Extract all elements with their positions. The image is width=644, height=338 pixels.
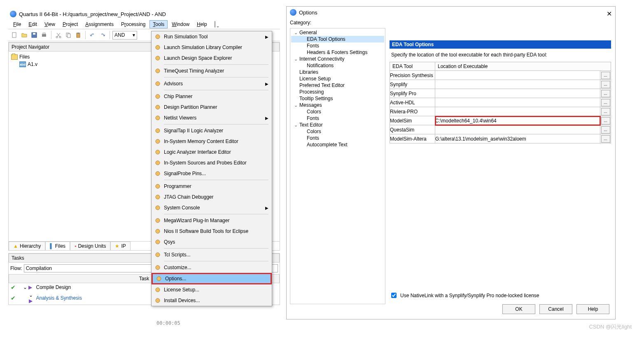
menu-item-design-partition-planner[interactable]: Design Partition Planner	[152, 102, 272, 113]
help-button[interactable]: Help	[576, 304, 609, 314]
menu-item-tcl-scripts-[interactable]: Tcl Scripts...	[152, 249, 272, 260]
eda-location-input[interactable]	[435, 71, 600, 80]
menu-item-icon	[152, 251, 164, 258]
save-button[interactable]	[30, 31, 39, 40]
menu-item-signalprobe-pins-[interactable]: SignalProbe Pins...	[152, 168, 272, 179]
browse-button[interactable]: ...	[601, 117, 610, 124]
browse-button[interactable]: ...	[601, 81, 610, 88]
eda-location-input[interactable]	[435, 125, 600, 134]
tab-ip[interactable]: ★IP	[110, 242, 130, 250]
open-button[interactable]	[20, 31, 29, 40]
category-eda-tool-options[interactable]: EDA Tool Options	[291, 36, 384, 42]
menu-item-options-[interactable]: Options...	[152, 273, 272, 284]
expand-icon[interactable]: ⌄	[293, 122, 299, 128]
menu-item-license-setup-[interactable]: License Setup...	[152, 284, 272, 295]
menu-processing[interactable]: Processing	[118, 20, 149, 28]
expand-icon[interactable]: ⌄	[293, 56, 299, 62]
category-license-setup[interactable]: License Setup	[291, 75, 384, 82]
cancel-button[interactable]: Cancel	[539, 304, 572, 314]
eda-location-input[interactable]	[435, 89, 600, 98]
nativelink-checkbox-row[interactable]: Use NativeLink with a Synplify/Synplify …	[390, 291, 539, 299]
eda-location-input[interactable]	[435, 98, 600, 107]
menu-item-megawizard-plug-in-manager[interactable]: MegaWizard Plug-In Manager	[152, 215, 272, 226]
ok-button[interactable]: OK	[502, 304, 535, 314]
menu-item-customize-[interactable]: Customize...	[152, 262, 272, 273]
checkbox-label: Use NativeLink with a Synplify/Synplify …	[400, 293, 539, 298]
menu-window[interactable]: Window	[168, 20, 193, 28]
print-button[interactable]	[40, 31, 49, 40]
category-internet-connectivity[interactable]: ⌄Internet Connectivity	[291, 56, 384, 62]
category-headers-footers-settings[interactable]: Headers & Footers Settings	[291, 49, 384, 56]
menu-item-programmer[interactable]: Programmer	[152, 181, 272, 192]
menu-item-signaltap-ii-logic-analyzer[interactable]: SignalTap II Logic Analyzer	[152, 125, 272, 136]
menu-item-in-system-sources-and-probes-editor[interactable]: In-System Sources and Probes Editor	[152, 157, 272, 168]
expand-icon[interactable]: ⌄	[29, 292, 33, 298]
menu-bubble[interactable]	[211, 20, 219, 28]
category-colors[interactable]: Colors	[291, 108, 384, 115]
menu-item-install-devices-[interactable]: Install Devices...	[152, 295, 272, 306]
app-icon	[10, 11, 16, 17]
menu-item-advisors[interactable]: Advisors▶	[152, 78, 272, 89]
project-combo[interactable]: AND▾	[112, 31, 137, 40]
menu-item-netlist-viewers[interactable]: Netlist Viewers▶	[152, 113, 272, 123]
category-processing[interactable]: Processing	[291, 89, 384, 95]
browse-button[interactable]: ...	[601, 90, 610, 97]
nativelink-checkbox[interactable]	[391, 293, 397, 298]
browse-button[interactable]: ...	[601, 99, 610, 106]
category-autocomplete-text[interactable]: Autocomplete Text	[291, 141, 384, 148]
new-file-button[interactable]	[10, 31, 19, 40]
tab-design-units[interactable]: ▪Design Units	[70, 242, 110, 250]
category-text-editor[interactable]: ⌄Text Editor	[291, 122, 384, 128]
category-fonts[interactable]: Fonts	[291, 115, 384, 122]
svg-point-31	[156, 265, 160, 270]
expand-icon[interactable]: ⌄	[293, 103, 299, 108]
menu-item-timequest-timing-analyzer[interactable]: TimeQuest Timing Analyzer	[152, 66, 272, 76]
elapsed-time: 00:00:05	[156, 320, 180, 326]
undo-button[interactable]	[88, 31, 97, 40]
tab-hierarchy[interactable]: ▲Hierarchy	[9, 242, 45, 250]
eda-location-input[interactable]: C:\modeltech64_10.4\win64	[435, 116, 600, 125]
category-tooltip-settings[interactable]: Tooltip Settings	[291, 95, 384, 102]
menu-view[interactable]: View	[41, 20, 58, 28]
menu-item-launch-design-space-explorer[interactable]: Launch Design Space Explorer	[152, 53, 272, 63]
paste-button[interactable]	[74, 31, 83, 40]
eda-location-input[interactable]	[435, 80, 600, 89]
menu-item-chip-planner[interactable]: Chip Planner	[152, 91, 272, 102]
eda-location-input[interactable]: G:\altera\13.1\modelsim_ase\win32aloem	[435, 134, 600, 143]
menu-item-logic-analyzer-interface-editor[interactable]: Logic Analyzer Interface Editor	[152, 147, 272, 157]
browse-button[interactable]: ...	[601, 72, 610, 79]
redo-button[interactable]	[98, 31, 107, 40]
category-messages[interactable]: ⌄Messages	[291, 102, 384, 108]
menu-item-nios-ii-software-build-tools-for-eclipse[interactable]: Nios II Software Build Tools for Eclipse	[152, 226, 272, 237]
expand-icon[interactable]: ⌄	[23, 284, 27, 290]
close-button[interactable]: ✕	[607, 10, 612, 18]
expand-icon[interactable]: ⌄	[293, 30, 299, 35]
copy-button[interactable]	[64, 31, 73, 40]
category-colors[interactable]: Colors	[291, 128, 384, 135]
eda-location-input[interactable]	[435, 107, 600, 116]
menu-item-jtag-chain-debugger[interactable]: JTAG Chain Debugger	[152, 192, 272, 202]
menu-help[interactable]: Help	[194, 20, 210, 28]
menu-assignments[interactable]: Assignments	[82, 20, 117, 28]
menu-tools[interactable]: Tools	[149, 20, 168, 28]
category-fonts[interactable]: Fonts	[291, 42, 384, 49]
browse-button[interactable]: ...	[601, 108, 610, 115]
tab-files[interactable]: ▌Files	[45, 242, 70, 250]
category-libraries[interactable]: Libraries	[291, 69, 384, 75]
menu-item-system-console[interactable]: System Console▶	[152, 202, 272, 213]
menu-item-launch-simulation-library-compiler[interactable]: Launch Simulation Library Compiler	[152, 42, 272, 53]
menu-project[interactable]: Project	[59, 20, 81, 28]
browse-button[interactable]: ...	[601, 126, 610, 134]
menu-item-qsys[interactable]: Qsys	[152, 237, 272, 247]
cut-button[interactable]	[54, 31, 63, 40]
category-notifications[interactable]: Notifications	[291, 62, 384, 69]
category-preferred-text-editor[interactable]: Preferred Text Editor	[291, 82, 384, 89]
browse-button[interactable]: ...	[601, 135, 610, 143]
category-general[interactable]: ⌄General	[291, 29, 384, 36]
menu-file[interactable]: File	[10, 20, 24, 28]
menu-edit[interactable]: Edit	[25, 20, 40, 28]
panel-header: EDA Tool Options	[390, 40, 611, 49]
menu-item-in-system-memory-content-editor[interactable]: In-System Memory Content Editor	[152, 136, 272, 147]
category-fonts[interactable]: Fonts	[291, 135, 384, 141]
menu-item-run-simulation-tool[interactable]: Run Simulation Tool▶	[152, 31, 272, 42]
